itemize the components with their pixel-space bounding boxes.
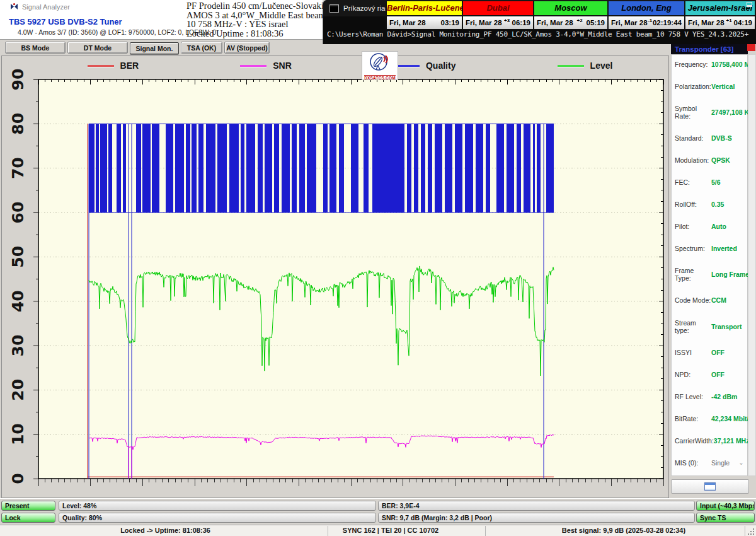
parameter-value: -42 dBm (711, 393, 737, 400)
parameter-value: Inverted (711, 245, 737, 252)
parameter-value: CCM (711, 296, 726, 304)
console-prompt-line[interactable]: C:\Users\Roman Dávid>Signal Monitoring_P… (327, 30, 748, 38)
parameter-value: Single (711, 459, 730, 467)
clock-utc-offset: -1 (648, 18, 653, 23)
parameter-label: Modulation: (675, 156, 711, 164)
clock-city: Dubai (463, 1, 533, 16)
mode-tabbar: BS ModeDT ModeSignal Mon.TSA (OK)AV (Sto… (0, 39, 323, 55)
clock-time-row: Fri, Mar 28 03:19 (387, 16, 462, 30)
parameter-value: DVB-S (711, 134, 732, 142)
clock-column: Moscow Fri, Mar 28 +2 05:19 (533, 1, 607, 30)
transponder-row: NPD: OFF ⌄ (675, 371, 745, 378)
transponder-row: Polarization: Vertical ⌄ (675, 83, 745, 90)
site-info-line: Locked Uptime : 81:08:36 (186, 29, 321, 38)
svg-text:0: 0 (9, 473, 27, 484)
input-badge: Input (~40,3 Mbps) (696, 501, 755, 511)
legend-item: BER (88, 61, 139, 71)
clock-utc-offset: +1 (724, 18, 734, 23)
footer-lock-uptime: Locked -> Uptime: 81:08:36 (0, 527, 331, 534)
clock-city: Jerusalem-Israel (685, 1, 755, 16)
chevron-down-icon[interactable]: ⌄ (738, 459, 743, 466)
signal-monitor-chart: BER SNR Quality Level DXSATCS.C (1, 55, 669, 498)
mode-tab[interactable]: BS Mode (5, 42, 66, 54)
table-icon (704, 482, 716, 491)
clock-column: Berlin-Paris-Lučenec Fri, Mar 28 03:19 (386, 1, 462, 30)
minimize-icon[interactable] (747, 2, 752, 7)
lock-badge: Lock (1, 513, 55, 523)
parameter-value: 37,121 MHz (714, 437, 750, 445)
transponder-row: ISSYI OFF ⌄ (675, 349, 745, 356)
clock-city: Moscow (534, 1, 607, 16)
parameter-label: Symbol Rate: (675, 105, 711, 120)
transponder-row: MIS (0): Single ⌄ (675, 459, 745, 467)
resize-grip[interactable] (747, 528, 755, 535)
chart-legend: BER SNR Quality Level (37, 61, 663, 71)
present-badge: Present (1, 501, 55, 511)
parameter-value: Auto (711, 223, 726, 230)
clock-time: 02:19:44 (653, 19, 682, 26)
screen: Signal Analyzer TBS 5927 USB DVB-S2 Tune… (0, 0, 756, 536)
transponder-row: Frequency: 10758,400 MHz ⌄ (675, 61, 745, 68)
transponder-row: FEC: 5/6 ⌄ (675, 178, 745, 186)
transponder-row: Standard: DVB-S ⌄ (675, 134, 745, 142)
transponder-row: Frame Type: Long Frame ⌄ (675, 267, 745, 282)
footer-statusbar: Locked -> Uptime: 81:08:36 SYNC 162 | TE… (0, 525, 756, 536)
window-titlebar: Signal Analyzer (10, 3, 70, 11)
sync-ts-badge: Sync TS (696, 513, 755, 523)
svg-text:70: 70 (9, 157, 27, 179)
parameter-value: Transport (711, 323, 742, 330)
parameter-label: FEC: (675, 178, 711, 186)
mode-tab[interactable]: TSA (OK) (181, 42, 222, 54)
parameter-value: 5/6 (711, 178, 721, 186)
svg-text:90: 90 (9, 69, 27, 91)
clock-date: Fri, Mar 28 (389, 19, 426, 26)
transponder-row: Pilot: Auto ⌄ (675, 223, 745, 230)
parameter-label: Spectrum: (675, 245, 711, 252)
parameter-label: Frame Type: (675, 267, 711, 282)
satellite-dish-icon (369, 52, 391, 73)
level-bar: Level: 48% (59, 501, 376, 511)
svg-text:40: 40 (9, 290, 27, 312)
snr-bar-label: SNR: 9,7 dB (Margin: 3,2 dB | Poor) (382, 514, 492, 521)
app-header: Signal Analyzer TBS 5927 USB DVB-S2 Tune… (0, 0, 323, 39)
transponder-row: Modulation: QPSK ⌄ (675, 156, 745, 164)
clock-time-row: Fri, Mar 28 +3 06:19 (463, 16, 533, 30)
mode-tab[interactable]: AV (Stopped) (224, 42, 270, 54)
footer-best-signal: Best signal: 9,9 dB (2025-03-28 02:34) (498, 527, 750, 534)
clock-column: London, Eng Fri, Mar 28 -1 02:19:44 (607, 1, 684, 30)
ber-bar-label: BER: 3,9E-4 (382, 502, 420, 510)
svg-text:80: 80 (9, 113, 27, 135)
transponder-row: BitRate: 42,234 Mbit/s ⌄ (675, 415, 745, 422)
clock-time-row: Fri, Mar 28 -1 02:19:44 (609, 16, 684, 30)
tuner-title: TBS 5927 USB DVB-S2 Tuner (9, 17, 122, 26)
site-info-line: AMOS 3 at 4,0°W_Middle East beam (186, 11, 321, 20)
legend-label: SNR (273, 61, 292, 71)
legend-swatch (88, 65, 114, 67)
clock-column: Jerusalem-Israel Fri, Mar 28 +1 04:19 (684, 1, 756, 30)
svg-text:10: 10 (9, 423, 27, 445)
mode-tab[interactable]: DT Mode (67, 42, 128, 54)
mode-tab[interactable]: Signal Mon. (130, 42, 179, 54)
parameter-label: MIS (0): (675, 459, 711, 467)
legend-label: Level (590, 61, 613, 71)
legend-item: Level (558, 61, 613, 71)
parameter-value: Vertical (711, 83, 735, 90)
transponder-parameters: Frequency: 10758,400 MHz ⌄ Polarization:… (671, 54, 748, 476)
parameter-label: BitRate: (675, 415, 711, 422)
snr-bar: SNR: 9,7 dB (Margin: 3,2 dB | Poor) (378, 513, 695, 523)
clock-city: Berlin-Paris-Lučenec (387, 1, 462, 16)
console-icon (329, 4, 339, 13)
parameter-label: CarrierWidth: (675, 437, 714, 445)
clock-time: 04:19 (734, 19, 752, 26)
clock-column: Dubai Fri, Mar 28 +3 06:19 (462, 1, 533, 30)
stream-list-button[interactable] (671, 479, 749, 494)
parameter-value: QPSK (711, 156, 730, 164)
clock-utc-offset: +3 (502, 18, 512, 23)
level-bar-label: Level: 48% (62, 502, 96, 510)
clock-time: 03:19 (441, 19, 459, 26)
parameter-value: OFF (711, 349, 724, 356)
clock-time-row: Fri, Mar 28 +1 04:19 (685, 16, 755, 30)
panel-scrollbar[interactable] (748, 54, 756, 476)
parameter-label: Frequency: (675, 61, 711, 68)
transponder-row: RF Level: -42 dBm ⌄ (675, 393, 745, 400)
